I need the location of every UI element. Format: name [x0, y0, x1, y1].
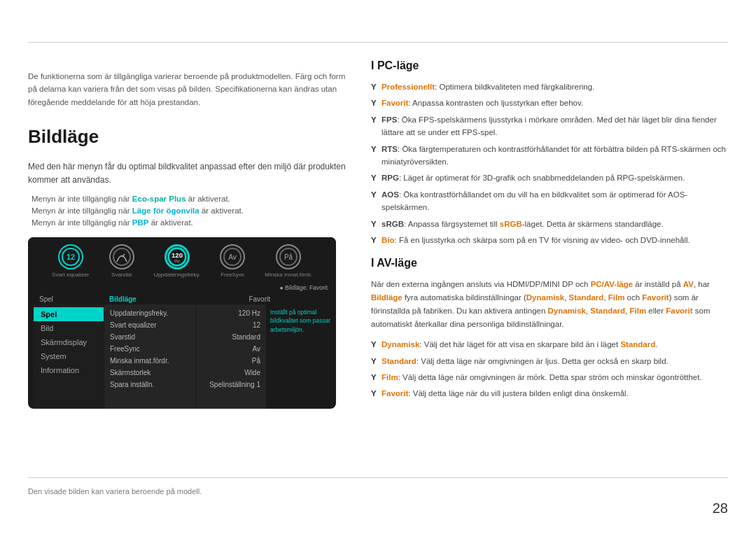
pc-item-professionellt: Professionellt: Optimera bildkvaliteten …: [371, 80, 728, 93]
svg-text:12: 12: [66, 253, 75, 261]
av-bullet-list: Dynamisk: Välj det här läget för att vis…: [371, 338, 728, 400]
icon-svarstid: Svarstid: [109, 244, 134, 278]
pc-item-srgb: sRGB: Anpassa färgsystemet till sRGB-läg…: [371, 218, 728, 230]
page-container: De funktionerna som är tillgängliga vari…: [0, 0, 756, 534]
menu-mid-skarmstorlek: Skärmstorlek: [104, 367, 195, 379]
svg-text:Av: Av: [229, 253, 237, 261]
menu-left-system: System: [34, 349, 104, 363]
menu-mid-svart: Svart equalizer: [104, 319, 195, 331]
menu-left-bild: Bild: [34, 321, 104, 335]
menu-right-standard: Standard: [196, 331, 266, 343]
menu-right-panel: 120 Hz 12 Standard Av På Wide Spelinstäl…: [196, 304, 266, 409]
menu-header-row: Spel Bildläge Favorit: [34, 294, 330, 304]
menu-left-panel: Spel Bild Skärmdisplay System Informatio…: [34, 304, 104, 409]
bottom-caption: Den visade bilden kan variera beroende p…: [28, 487, 202, 496]
menu-left-spel: Spel: [34, 307, 104, 321]
svg-text:På: På: [284, 253, 293, 261]
menu-mid-uppdatering: Uppdateringsfreky.: [104, 307, 195, 319]
pc-item-aos: AOS: Öka kontrastförhållandet om du vill…: [371, 188, 728, 214]
icon-svart-equalizer: 12 Svart equalizer: [52, 244, 89, 278]
menu-right-120hz: 120 Hz: [196, 307, 266, 319]
av-intro-text: När den externa ingången ansluts via HDM…: [371, 278, 728, 331]
pc-item-bio: Bio: Få en ljusstyrka och skärpa som på …: [371, 234, 728, 246]
pc-item-fps: FPS: Öka FPS-spelskärmens ljusstyrka i m…: [371, 113, 728, 139]
monitor-mockup: 12 Svart equalizer: [28, 237, 336, 419]
menu-mid-spara: Spara inställn.: [104, 379, 195, 391]
menu-mid-svarstid: Svarstid: [104, 331, 195, 343]
menu-middle-panel: Uppdateringsfreky. Svart equalizer Svars…: [104, 304, 195, 409]
icon-uppdateringsfreky: 120 Hz Uppdateringsfreky.: [154, 244, 201, 278]
av-item-dynamisk: Dynamisk: Välj det här läget för att vis…: [371, 338, 728, 351]
bottom-divider: [28, 477, 728, 478]
av-item-standard: Standard: Välj detta läge när omgivninge…: [371, 355, 728, 367]
left-column: De funktionerna som är tillgängliga vari…: [28, 56, 350, 475]
menu-right-av: Av: [196, 343, 266, 355]
menu-note-3: Menyn är inte tillgänglig när PBP är akt…: [28, 218, 350, 227]
pc-section-title: I PC-läge: [371, 59, 728, 72]
menu-mid-minska: Minska inmat.fördr.: [104, 355, 195, 367]
av-item-favorit: Favorit: Välj detta läge när du vill jus…: [371, 387, 728, 400]
top-divider: [28, 42, 728, 43]
menu-mid-freesync: FreeSync: [104, 343, 195, 355]
favorit-label: ● Bildläge: Favorit: [28, 281, 336, 292]
menu-note-2: Menyn är inte tillgänglig när Läge för ö…: [28, 206, 350, 215]
av-section-title: I AV-läge: [371, 257, 728, 269]
menu-area: Spel Bild Skärmdisplay System Informatio…: [34, 304, 330, 409]
optimal-text: Inställt på optimal bildkvalitet som pas…: [270, 308, 333, 335]
icon-minska-inmat: På Minska inmat.fördr.: [265, 244, 312, 278]
optimal-text-area: Inställt på optimal bildkvalitet som pas…: [267, 304, 330, 409]
av-item-film: Film: Välj detta läge när omgivningen är…: [371, 371, 728, 384]
menu-left-information: Information: [34, 363, 104, 377]
pc-item-rts: RTS: Öka färgtemperaturen och kontrastfö…: [371, 143, 728, 169]
menu-right-12: 12: [196, 319, 266, 331]
section-title: Bildläge: [28, 126, 350, 148]
page-number: 28: [713, 500, 728, 517]
menu-left-skarmdisplay: Skärmdisplay: [34, 335, 104, 349]
monitor-topbar: 12 Svart equalizer: [28, 237, 336, 281]
pc-bullet-list: Professionellt: Optimera bildkvaliteten …: [371, 80, 728, 246]
body-text: Med den här menyn får du optimal bildkva…: [28, 160, 350, 187]
right-column: I PC-läge Professionellt: Optimera bildk…: [371, 56, 728, 475]
menu-right-spelinstallning: Spelinställning 1: [196, 379, 266, 391]
menu-right-wide: Wide: [196, 367, 266, 379]
monitor-screen: 12 Svart equalizer: [28, 237, 336, 409]
pc-item-rpg: RPG: Läget är optimerat för 3D-grafik oc…: [371, 171, 728, 184]
svg-text:Hz: Hz: [174, 258, 180, 262]
icon-freesync: Av FreeSync: [220, 244, 245, 278]
pc-item-favorit: Favorit: Anpassa kontrasten och ljusstyr…: [371, 97, 728, 109]
intro-paragraph: De funktionerna som är tillgängliga vari…: [28, 70, 350, 108]
menu-right-pa: På: [196, 355, 266, 367]
menu-note-1: Menyn är inte tillgänglig när Eco-spar P…: [28, 195, 350, 203]
